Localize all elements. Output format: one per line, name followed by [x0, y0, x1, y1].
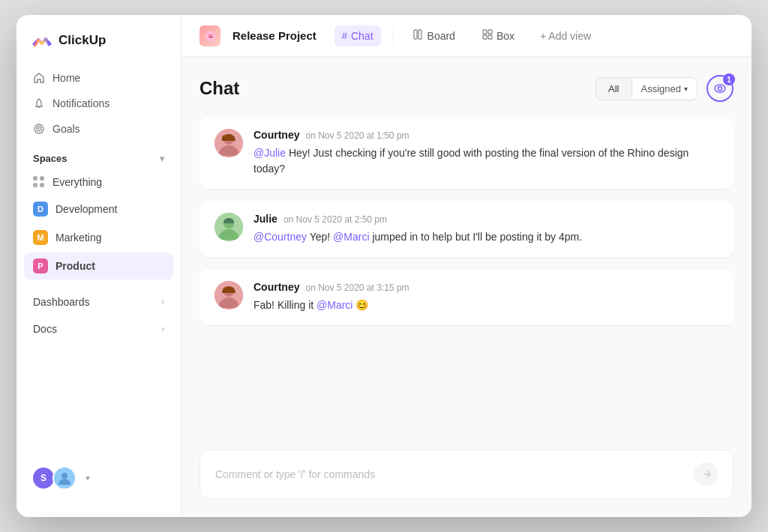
- home-label: Home: [52, 72, 80, 84]
- sidebar-item-home[interactable]: Home: [24, 66, 173, 90]
- message-1-content: Courtney on Nov 5 2020 at 1:50 pm @Julie…: [254, 129, 718, 177]
- spaces-label: Spaces: [33, 153, 68, 164]
- svg-rect-6: [483, 30, 487, 34]
- add-view-button[interactable]: + Add view: [534, 25, 597, 46]
- marketing-badge: M: [33, 230, 48, 245]
- project-name: Release Project: [232, 29, 316, 42]
- eye-icon: [714, 82, 726, 94]
- sidebar-item-docs[interactable]: Docs ›: [16, 315, 181, 342]
- footer-chevron-icon: ▾: [86, 473, 90, 483]
- courtney-avatar-2-image: [214, 281, 243, 309]
- svg-point-2: [38, 128, 40, 130]
- bell-icon: [33, 97, 45, 109]
- courtney-avatar-1: [214, 129, 243, 157]
- send-button[interactable]: [694, 462, 718, 486]
- message-2-text: @Courtney Yep! @Marci jumped in to help …: [254, 229, 718, 245]
- svg-point-10: [715, 85, 725, 92]
- logo: ClickUp: [16, 30, 181, 66]
- messages-list: Courtney on Nov 5 2020 at 1:50 pm @Julie…: [200, 117, 734, 438]
- chat-tab-label: Chat: [351, 30, 374, 42]
- julie-avatar: [214, 213, 243, 241]
- avatar-user2: [52, 466, 76, 490]
- message-2-time: on Nov 5 2020 at 2:50 pm: [284, 214, 387, 225]
- svg-point-11: [718, 87, 722, 91]
- message-1-time: on Nov 5 2020 at 1:50 pm: [305, 130, 409, 141]
- message-3-content: Courtney on Nov 5 2020 at 3:15 pm Fab! K…: [254, 281, 718, 313]
- message-1-body: Hey! Just checking if you're still good …: [254, 147, 688, 175]
- message-3-author: Courtney: [254, 281, 299, 293]
- sidebar: ClickUp Home Notifications Goals: [16, 15, 182, 517]
- message-3-time: on Nov 5 2020 at 3:15 pm: [305, 282, 409, 293]
- tab-board[interactable]: Board: [406, 25, 463, 46]
- dashboards-label: Dashboards: [33, 296, 90, 308]
- message-3-emoji: 😊: [356, 299, 368, 311]
- chat-title: Chat: [200, 78, 239, 99]
- watch-button[interactable]: 1: [706, 75, 734, 102]
- svg-point-3: [62, 473, 68, 479]
- main-nav: Home Notifications Goals: [16, 66, 181, 141]
- assigned-label: Assigned: [641, 83, 681, 94]
- sidebar-item-dashboards[interactable]: Dashboards ›: [16, 288, 181, 315]
- chat-filters: All Assigned ▾: [596, 77, 698, 100]
- svg-rect-7: [488, 30, 492, 34]
- docs-chevron-icon: ›: [161, 324, 164, 334]
- comment-placeholder: Comment or type '/' for commands: [215, 468, 375, 480]
- sidebar-item-goals[interactable]: Goals: [24, 117, 173, 141]
- assigned-chevron-icon: ▾: [684, 85, 688, 93]
- message-3: Courtney on Nov 5 2020 at 3:15 pm Fab! K…: [200, 269, 734, 325]
- comment-input-area[interactable]: Comment or type '/' for commands: [200, 450, 734, 499]
- spaces-chevron-icon: ▾: [160, 154, 164, 164]
- development-label: Development: [56, 203, 118, 215]
- dashboards-chevron-icon: ›: [161, 297, 164, 307]
- sidebar-item-product[interactable]: P Product: [24, 253, 173, 279]
- spaces-list: Everything D Development M Marketing P P…: [16, 170, 181, 279]
- sidebar-item-notifications[interactable]: Notifications: [24, 91, 173, 115]
- sidebar-bottom-sections: Dashboards › Docs ›: [16, 288, 181, 342]
- message-2-text-before: Yep!: [307, 231, 333, 243]
- docs-label: Docs: [33, 323, 57, 335]
- svg-rect-9: [488, 35, 492, 39]
- app-name: ClickUp: [58, 33, 106, 48]
- tab-chat[interactable]: # Chat: [334, 25, 381, 46]
- sidebar-item-marketing[interactable]: M Marketing: [24, 224, 173, 251]
- message-2-content: Julie on Nov 5 2020 at 2:50 pm @Courtney…: [254, 213, 718, 245]
- spaces-header: Spaces ▾: [16, 141, 181, 170]
- add-view-label: + Add view: [540, 30, 591, 42]
- svg-rect-8: [483, 35, 487, 39]
- main-content: 🌸 Release Project # Chat Board Box: [182, 15, 752, 517]
- goals-icon: [33, 123, 45, 135]
- product-badge: P: [33, 259, 48, 273]
- message-1-author: Courtney: [254, 129, 299, 141]
- message-2-header: Julie on Nov 5 2020 at 2:50 pm: [254, 213, 718, 225]
- message-2-mention1: @Courtney: [254, 231, 307, 243]
- message-1-mention: @Julie: [254, 147, 286, 159]
- message-3-text: Fab! Killing it @Marci 😊: [254, 297, 718, 313]
- send-icon: [700, 468, 712, 480]
- sidebar-item-everything[interactable]: Everything: [24, 170, 173, 194]
- goals-label: Goals: [52, 123, 80, 135]
- filter-all-button[interactable]: All: [596, 77, 631, 100]
- chat-hash-icon: #: [342, 30, 347, 41]
- message-3-text-before: Fab! Killing it: [254, 299, 316, 311]
- chat-header: Chat All Assigned ▾ 1: [200, 75, 734, 102]
- courtney-avatar-2: [214, 281, 243, 309]
- tab-box[interactable]: Box: [475, 25, 522, 46]
- watch-badge: 1: [723, 73, 735, 85]
- message-2-mention2: @Marci: [333, 231, 369, 243]
- board-icon: [413, 29, 424, 42]
- development-badge: D: [33, 202, 48, 217]
- home-icon: [33, 72, 45, 84]
- message-1-header: Courtney on Nov 5 2020 at 1:50 pm: [254, 129, 718, 141]
- message-3-mention: @Marci: [316, 299, 352, 311]
- filter-assigned-button[interactable]: Assigned ▾: [632, 77, 698, 100]
- user-silhouette-icon: [56, 470, 73, 486]
- message-2-author: Julie: [254, 213, 278, 225]
- clickup-logo-icon: [32, 30, 52, 51]
- sidebar-item-development[interactable]: D Development: [24, 196, 173, 223]
- product-label: Product: [56, 260, 95, 272]
- board-tab-label: Board: [428, 30, 455, 42]
- project-icon: 🌸: [200, 25, 220, 46]
- app-window: ClickUp Home Notifications Goals: [16, 15, 752, 517]
- everything-icon: [33, 176, 45, 188]
- message-2: Julie on Nov 5 2020 at 2:50 pm @Courtney…: [200, 201, 734, 257]
